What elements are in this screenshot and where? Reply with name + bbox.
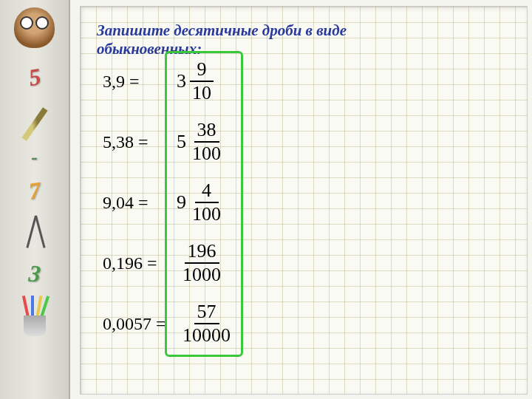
fraction: 4 100: [189, 181, 224, 224]
minus-icon: -: [31, 146, 38, 168]
decimal-value: 3,9 =: [103, 72, 177, 92]
fraction-answer: 9 4 100: [177, 181, 224, 224]
decimal-value: 5,38 =: [103, 132, 177, 152]
denominator: 10000: [180, 324, 233, 345]
problem-row: 0,0057 = 57 10000: [103, 302, 233, 345]
denominator: 100: [189, 143, 224, 163]
fraction-answer: 57 10000: [177, 302, 233, 345]
title-line-2: обыкновенных:: [97, 40, 202, 58]
decimal-value: 0,0057 =: [103, 314, 177, 334]
denominator: 1000: [180, 264, 224, 284]
number-7-icon: 7: [27, 177, 42, 205]
worksheet-area: Запишите десятичные дроби в виде обыкнов…: [80, 6, 528, 395]
decimal-value: 0,196 =: [103, 253, 177, 273]
problems-list: 3,9 = 3 9 10 5,38 = 5 38 100 9,04 =: [103, 60, 233, 363]
fraction-answer: 196 1000: [177, 242, 224, 284]
whole-part: 9: [177, 191, 186, 214]
numerator: 196: [185, 242, 219, 264]
fraction-answer: 5 38 100: [177, 120, 224, 163]
number-3-icon: 3: [27, 259, 41, 287]
fraction: 38 100: [189, 120, 224, 163]
numerator: 9: [190, 60, 214, 82]
denominator: 10: [189, 82, 214, 103]
ruler-icon: [20, 98, 50, 139]
whole-part: 5: [177, 131, 186, 153]
title-line-1: Запишите десятичные дроби в виде: [97, 21, 347, 39]
whole-part: 3: [177, 70, 186, 92]
fraction-answer: 3 9 10: [177, 60, 214, 103]
numerator: 4: [195, 181, 219, 203]
denominator: 100: [189, 203, 224, 224]
problem-row: 5,38 = 5 38 100: [103, 120, 233, 163]
fraction: 196 1000: [180, 242, 224, 284]
problem-row: 3,9 = 3 9 10: [103, 60, 233, 103]
numerator: 38: [194, 120, 219, 143]
sidebar: 5 - 7 3: [0, 0, 70, 399]
numerator: 57: [194, 302, 219, 324]
fraction: 57 10000: [180, 302, 233, 345]
compass-icon: [20, 212, 50, 253]
fraction: 9 10: [189, 60, 214, 103]
problem-row: 0,196 = 196 1000: [103, 242, 233, 284]
problem-row: 9,04 = 9 4 100: [103, 181, 233, 224]
instruction-title: Запишите десятичные дроби в виде обыкнов…: [97, 21, 347, 58]
decimal-value: 9,04 =: [103, 193, 177, 213]
number-5-icon: 5: [26, 63, 42, 92]
pencil-cup-icon: [16, 292, 53, 336]
owl-icon: [14, 7, 55, 48]
